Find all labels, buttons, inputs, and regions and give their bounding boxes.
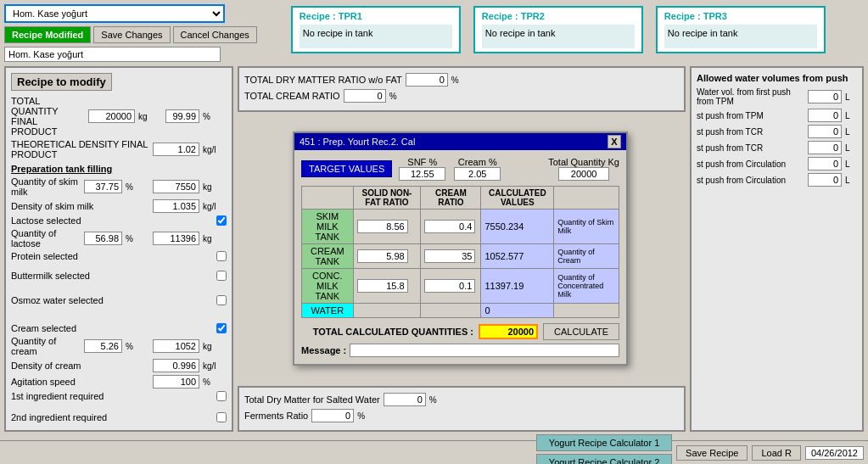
skim-milk-pct-input[interactable]: [84, 180, 122, 193]
lactose-checkbox[interactable]: [216, 215, 227, 226]
skim-milk-kg-input[interactable]: [153, 180, 199, 193]
water-row-1-input[interactable]: [808, 109, 842, 122]
tank-row-1: CREAM TANK 1052.577 Quantity of Cream: [302, 244, 619, 269]
water-row-5-label: st push from Circulation: [697, 176, 804, 185]
water-row-2-input[interactable]: [808, 125, 842, 138]
water-row-5-input[interactable]: [808, 173, 842, 187]
cream-density-input[interactable]: [153, 359, 199, 372]
cancel-changes-button[interactable]: Cancel Changes: [173, 26, 257, 43]
cream-pct-input[interactable]: [454, 167, 501, 181]
center-bottom-panel: Total Dry Matter for Salted Water % Ferm…: [238, 386, 686, 432]
density-input[interactable]: [153, 143, 199, 156]
water-volumes-panel: Allowed water volumes from push Water vo…: [690, 66, 864, 432]
recipe-modified-button[interactable]: Recipe Modified: [4, 26, 91, 43]
tank-2-cream[interactable]: [424, 279, 475, 293]
skim-density-input[interactable]: [153, 199, 199, 213]
total-qty-pct-input[interactable]: [165, 109, 199, 123]
center-top-panel: TOTAL DRY MATTER RATIO w/o FAT % TOTAL C…: [238, 66, 686, 112]
recipe-tpr3-title: Recipe : TPR3: [664, 11, 817, 21]
salted-water-input[interactable]: [384, 393, 426, 406]
second-ing-checkbox[interactable]: [216, 412, 227, 422]
modal-total-qty-label: Total Quantity Kg: [548, 157, 619, 167]
total-qty-kg-unit: kg: [138, 112, 162, 121]
cream-ratio-input[interactable]: [344, 89, 386, 103]
recipe-tpr2-title: Recipe : TPR2: [482, 11, 635, 21]
buttermilk-label: Buttermilk selected: [11, 271, 213, 281]
total-calc-input[interactable]: [479, 324, 538, 339]
total-calc-label: TOTAL CALCULATED QUANTITIES :: [313, 327, 473, 337]
load-recipe-button[interactable]: Load R: [752, 445, 800, 461]
recipe-name-input[interactable]: [4, 47, 221, 62]
tank-1-name: CREAM TANK: [302, 244, 354, 269]
message-input[interactable]: [350, 344, 619, 357]
recipe-tpr3-content: No recipe in tank: [664, 25, 817, 48]
water-row-1-label: st push from TPM: [697, 111, 804, 120]
ferments-label: Ferments Ratio: [244, 411, 308, 421]
lactose-qty-label: Quantity of lactose: [11, 228, 81, 249]
cream-density-label: Density of cream: [11, 361, 149, 371]
density-label: THEORETICAL DENSITY FINAL PRODUCT: [11, 139, 149, 159]
recipe-tpr1-title: Recipe : TPR1: [300, 11, 452, 21]
water-row-0-input[interactable]: [808, 90, 842, 103]
tank-3-calc: 0: [481, 304, 554, 318]
tank-1-cream[interactable]: [424, 249, 475, 263]
water-row-2-label: st push from TCR: [697, 127, 804, 137]
density-unit: kg/l: [203, 145, 227, 154]
lactose-pct-input[interactable]: [84, 232, 122, 245]
yogurt-calc-2-button[interactable]: Yogurt Recipe Calculator 2: [536, 454, 672, 464]
cream-qty-pct-input[interactable]: [84, 339, 122, 353]
recipe-tpr2-box: Recipe : TPR2 No recipe in tank: [473, 6, 643, 53]
cream-pct-label: Cream %: [458, 157, 497, 167]
ferments-input[interactable]: [311, 409, 354, 422]
water-volumes-title: Allowed water volumes from push: [697, 73, 857, 83]
tank-row-2: CONC. MILK TANK 11397.19 Quantity of Con…: [302, 269, 619, 304]
protein-label: Protein selected: [11, 251, 213, 261]
save-recipe-button[interactable]: Save Recipe: [676, 445, 748, 461]
col-tank: [302, 187, 354, 210]
recipe-tpr1-box: Recipe : TPR1 No recipe in tank: [291, 6, 461, 53]
tank-0-cream[interactable]: [424, 220, 475, 233]
cream-checkbox[interactable]: [216, 323, 227, 333]
water-row-3-input[interactable]: [808, 141, 842, 154]
lactose-selected-label: Lactose selected: [11, 215, 213, 226]
cream-qty-kg-input[interactable]: [153, 339, 199, 353]
buttermilk-checkbox[interactable]: [216, 271, 227, 281]
lactose-kg-input[interactable]: [153, 232, 199, 245]
osmoz-label: Osmoz water selected: [11, 295, 213, 305]
tank-1-qty-label: Quantity of Cream: [554, 244, 619, 269]
tank-2-name: CONC. MILK TANK: [302, 269, 354, 304]
col-snf: SOLID NON-FAT RATIO: [353, 187, 421, 210]
message-label: Message :: [301, 345, 346, 355]
modal-close-button[interactable]: X: [608, 135, 621, 148]
first-ing-checkbox[interactable]: [216, 391, 227, 401]
dry-matter-label: TOTAL DRY MATTER RATIO w/o FAT: [244, 75, 402, 85]
prep-title: Preparation tank filling: [11, 164, 227, 174]
date-badge: 04/26/2012: [805, 446, 864, 460]
snf-input[interactable]: [399, 167, 445, 181]
protein-checkbox[interactable]: [216, 251, 227, 261]
save-changes-button[interactable]: Save Changes: [93, 26, 170, 43]
calculate-button[interactable]: CALCULATE: [543, 323, 619, 340]
modal-total-qty-input[interactable]: [558, 167, 609, 181]
salted-water-label: Total Dry Matter for Salted Water: [244, 394, 380, 405]
water-row-3-label: st push from TCR: [697, 143, 804, 153]
target-values-button[interactable]: TARGET VALUES: [301, 160, 392, 177]
agitation-label: Agitation speed: [11, 377, 149, 387]
osmoz-checkbox[interactable]: [216, 295, 227, 305]
tank-0-calc: 7550.234: [481, 210, 554, 244]
skim-milk-label: Quantity of skim milk: [11, 176, 81, 197]
total-qty-input[interactable]: [88, 109, 135, 123]
total-qty-label: TOTAL QUANTITY FINAL PRODUCT: [11, 96, 85, 137]
yogurt-calc-1-button[interactable]: Yogurt Recipe Calculator 1: [536, 434, 672, 451]
tank-0-name: SKIM MILK TANK: [302, 210, 354, 244]
dry-matter-input[interactable]: [406, 73, 448, 87]
water-row-4-input[interactable]: [808, 157, 842, 171]
tank-1-snf[interactable]: [357, 249, 408, 263]
recipe-tpr3-box: Recipe : TPR3 No recipe in tank: [656, 6, 826, 53]
tank-0-qty-label: Quantity of Skim Milk: [554, 210, 619, 244]
recipe-dropdown[interactable]: Hom. Kase yoğurt: [4, 4, 225, 23]
tank-2-snf[interactable]: [357, 279, 408, 293]
agitation-input[interactable]: [153, 375, 199, 389]
col-calc: CALCULATED VALUES: [481, 187, 554, 210]
tank-0-snf[interactable]: [357, 220, 408, 233]
